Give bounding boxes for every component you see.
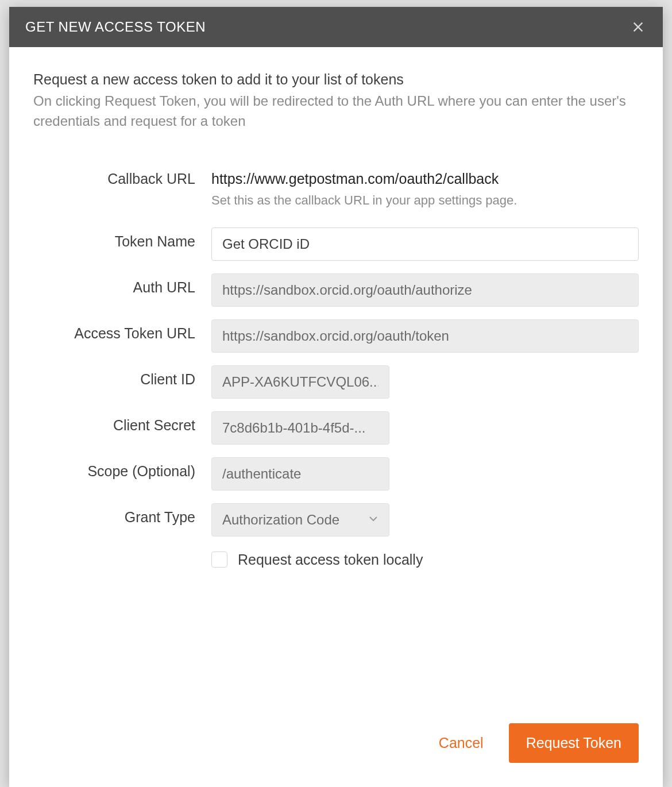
row-auth-url: Auth URL	[33, 273, 639, 307]
grant-type-value: Authorization Code	[222, 512, 339, 528]
label-grant-type: Grant Type	[33, 503, 211, 526]
request-token-button[interactable]: Request Token	[509, 723, 639, 763]
access-token-modal: GET NEW ACCESS TOKEN Request a new acces…	[9, 7, 663, 787]
row-token-name: Token Name	[33, 227, 639, 261]
auth-url-input[interactable]	[211, 273, 639, 307]
row-client-id: Client ID	[33, 365, 639, 399]
row-scope: Scope (Optional)	[33, 457, 639, 491]
label-token-name: Token Name	[33, 227, 211, 250]
row-grant-type: Grant Type Authorization Code	[33, 503, 639, 537]
label-auth-url: Auth URL	[33, 273, 211, 296]
token-form: Callback URL https://www.getpostman.com/…	[33, 165, 639, 568]
label-callback-url: Callback URL	[33, 165, 211, 187]
label-client-secret: Client Secret	[33, 411, 211, 434]
close-icon	[632, 21, 644, 33]
scope-input[interactable]	[211, 457, 389, 491]
row-local-request: Request access token locally	[33, 549, 639, 568]
client-secret-input[interactable]	[211, 411, 389, 445]
modal-footer: Cancel Request Token	[9, 709, 663, 787]
row-callback-url: Callback URL https://www.getpostman.com/…	[33, 165, 639, 208]
label-client-id: Client ID	[33, 365, 211, 388]
grant-type-select[interactable]: Authorization Code	[211, 503, 389, 537]
request-locally-label: Request access token locally	[238, 551, 423, 568]
token-name-input[interactable]	[211, 227, 639, 261]
access-token-url-input[interactable]	[211, 319, 639, 353]
row-client-secret: Client Secret	[33, 411, 639, 445]
close-button[interactable]	[629, 18, 647, 36]
label-access-token-url: Access Token URL	[33, 319, 211, 342]
modal-title: GET NEW ACCESS TOKEN	[25, 19, 206, 35]
request-locally-checkbox[interactable]	[211, 551, 227, 568]
modal-body: Request a new access token to add it to …	[9, 47, 663, 709]
row-access-token-url: Access Token URL	[33, 319, 639, 353]
intro-heading: Request a new access token to add it to …	[33, 71, 639, 88]
label-scope: Scope (Optional)	[33, 457, 211, 480]
intro-subheading: On clicking Request Token, you will be r…	[33, 91, 639, 132]
modal-header: GET NEW ACCESS TOKEN	[9, 7, 663, 47]
callback-url-helper: Set this as the callback URL in your app…	[211, 193, 639, 208]
callback-url-value: https://www.getpostman.com/oauth2/callba…	[211, 165, 639, 187]
cancel-button[interactable]: Cancel	[434, 727, 488, 759]
client-id-input[interactable]	[211, 365, 389, 399]
